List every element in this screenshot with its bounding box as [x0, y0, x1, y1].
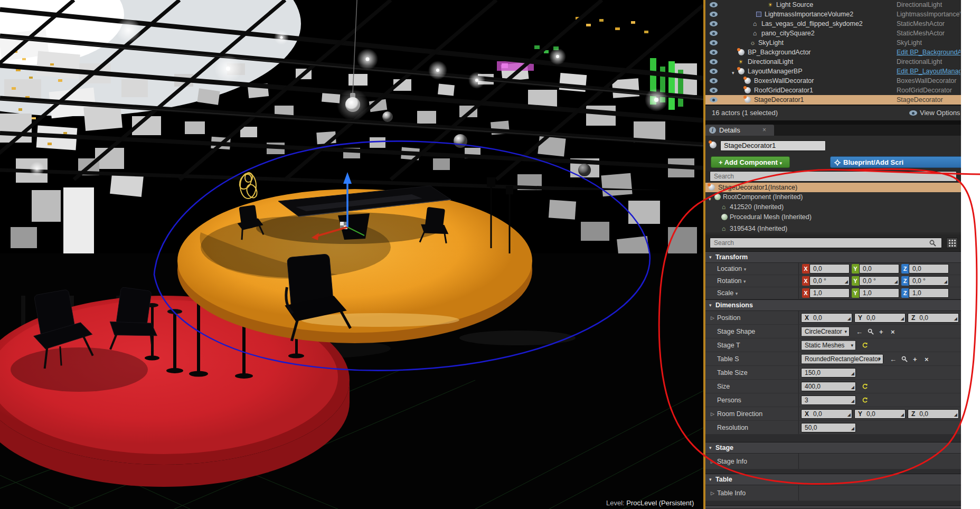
visibility-eye-icon[interactable] [710, 12, 718, 17]
use-selected-arrow-icon[interactable]: ← [890, 355, 897, 363]
room-direction-y-field[interactable]: Y0,0◢ [854, 409, 906, 419]
visibility-eye-icon[interactable] [710, 59, 718, 64]
location-y-field[interactable]: 0,0 [859, 264, 899, 274]
view-options-eye-icon [909, 110, 917, 116]
axis-y-tag: Y [852, 276, 859, 286]
browse-icon[interactable] [901, 356, 908, 362]
stage-shape-dropdown[interactable]: CircleCreator▾ [801, 326, 850, 336]
section-stage[interactable]: ▾Stage [705, 442, 961, 454]
row-position: ▷ Position X0,0◢ Y0,0◢ Z0,0◢ [705, 311, 961, 325]
drag-corner-icon: ◢ [851, 427, 854, 431]
viewport-3d-scene [0, 0, 703, 509]
section-table[interactable]: ▾Table [705, 474, 961, 485]
component-row[interactable]: ⌂412520 (Inherited) [705, 202, 961, 212]
drag-corner-icon: ◢ [851, 399, 854, 403]
visibility-eye-icon[interactable] [710, 21, 718, 26]
static-mesh-icon: ⌂ [722, 204, 725, 211]
row-persons: Persons 3◢ [705, 393, 961, 407]
outliner-row[interactable]: ⌂Las_vegas_old_flipped_skydome2StaticMes… [705, 19, 961, 29]
row-size: Size 400,0◢ [705, 380, 961, 393]
reset-icon[interactable] [862, 342, 868, 348]
close-icon[interactable]: × [762, 125, 766, 136]
display-options-button[interactable] [946, 238, 958, 248]
search-icon [929, 240, 936, 247]
outliner-row[interactable]: BP_BackgroundActorEdit BP_BackgroundA [705, 48, 961, 57]
visibility-eye-icon[interactable] [710, 88, 718, 93]
component-row[interactable]: Procedural Mesh (Inherited) [705, 212, 961, 222]
directional-light-icon: ☀ [738, 59, 743, 65]
reset-icon[interactable] [862, 383, 868, 389]
location-z-field[interactable]: 0,0 [909, 264, 949, 274]
details-search-input[interactable]: Search [710, 238, 942, 248]
resolution-field[interactable]: 50,0◢ [801, 423, 856, 432]
rotation-z-field[interactable]: 0,0 °◢ [909, 276, 949, 286]
add-component-button[interactable]: + Add Component ▾ [711, 156, 790, 168]
clear-icon[interactable]: × [891, 327, 895, 335]
expand-arrow-icon[interactable]: ▷ [711, 491, 714, 496]
outliner-row[interactable]: ☀Light SourceDirectionalLight [705, 0, 961, 10]
scene-component-icon [714, 194, 721, 200]
grid-icon [949, 240, 956, 247]
room-direction-x-field[interactable]: X0,0◢ [801, 409, 852, 419]
location-x-field[interactable]: 0,0 [809, 264, 850, 274]
position-x-field[interactable]: X0,0◢ [801, 313, 852, 323]
details-body: ▾Transform Location ▾ X0,0 Y0,0 Z0,0 Rot… [705, 251, 961, 509]
outliner-row-selected[interactable]: StageDecorator1StageDecorator [705, 95, 961, 105]
scale-x-field[interactable]: 1,0 [809, 288, 850, 298]
edit-blueprint-link[interactable]: Edit BP_LayoutManag [897, 67, 960, 76]
instance-row-selected[interactable]: StageDecorator1(Instance) [705, 183, 961, 192]
row-table-info: ▷ Table Info [705, 485, 961, 501]
table-size-field[interactable]: 150,0◢ [801, 368, 856, 378]
tab-details[interactable]: i Details × [705, 125, 774, 136]
blueprint-add-script-button[interactable]: Blueprint/Add Scri [830, 156, 961, 168]
section-dimensions[interactable]: ▾Dimensions [705, 299, 961, 311]
position-y-field[interactable]: Y0,0◢ [854, 313, 906, 323]
table-s-dropdown[interactable]: RoundedRectangleCreator▾ [801, 354, 883, 364]
expand-arrow-icon[interactable]: ▷ [711, 411, 714, 417]
row-scale: Scale ▾ X1,0 Y1,0 Z1,0 [705, 287, 961, 299]
browse-icon[interactable] [868, 328, 874, 335]
outliner-row[interactable]: LightmassImportanceVolume2LightmassImpor… [705, 10, 961, 19]
component-row[interactable]: ⌂3195434 (Inherited) [705, 224, 961, 232]
expand-arrow-icon[interactable]: ▷ [711, 459, 714, 464]
expand-arrow-icon[interactable]: ▷ [711, 315, 714, 321]
section-transform[interactable]: ▾Transform [705, 251, 961, 263]
row-resolution: Resolution 50,0◢ [705, 421, 961, 435]
component-search-input[interactable]: Search [710, 171, 957, 182]
add-icon[interactable]: + [913, 355, 917, 363]
outliner-row[interactable]: ☼SkyLightSkyLight [705, 38, 961, 48]
outliner-row[interactable]: BoxesWallDecoratorBoxesWallDecorator [705, 76, 961, 86]
rotation-x-field[interactable]: 0,0 °◢ [809, 276, 850, 286]
clear-icon[interactable]: × [925, 355, 929, 363]
axis-z-tag: Z [901, 276, 909, 286]
level-label: Level: [606, 499, 625, 507]
use-selected-arrow-icon[interactable]: ← [856, 327, 863, 335]
visibility-eye-icon[interactable] [710, 31, 718, 36]
add-icon[interactable]: + [879, 327, 883, 335]
room-direction-z-field[interactable]: Z0,0◢ [908, 409, 959, 419]
visibility-eye-icon[interactable] [710, 97, 718, 102]
reset-icon[interactable] [862, 397, 868, 403]
component-row[interactable]: ▾RootComponent (Inherited) [705, 192, 961, 202]
outliner-footer: 16 actors (1 selected) View Options [705, 105, 961, 120]
actor-name-field[interactable]: StageDecorator1 [720, 140, 826, 151]
rotation-y-field[interactable]: 0,0 °◢ [859, 276, 899, 286]
position-z-field[interactable]: Z0,0◢ [908, 313, 959, 323]
outliner-row[interactable]: ▾LayoutManagerBPEdit BP_LayoutManag [705, 67, 961, 76]
visibility-eye-icon[interactable] [710, 78, 718, 83]
visibility-eye-icon[interactable] [710, 40, 718, 45]
size-field[interactable]: 400,0◢ [801, 382, 856, 391]
stage-t-dropdown[interactable]: Static Meshes▾ [801, 340, 856, 350]
outliner-row[interactable]: ⌂pano_citySquare2StaticMeshActor [705, 29, 961, 38]
edit-blueprint-link[interactable]: Edit BP_BackgroundA [897, 48, 960, 57]
visibility-eye-icon[interactable] [710, 69, 718, 74]
persons-field[interactable]: 3◢ [801, 395, 856, 405]
outliner-row[interactable]: ☀DirectionalLightDirectionalLight [705, 57, 961, 67]
outliner-row[interactable]: RoofGridDecorator1RoofGridDecorator [705, 86, 961, 95]
viewport-3d[interactable]: Level: ProcLevel (Persistent) [0, 0, 703, 509]
scale-z-field[interactable]: 1,0 [909, 288, 949, 298]
visibility-eye-icon[interactable] [710, 50, 718, 55]
scale-y-field[interactable]: 1,0 [859, 288, 899, 298]
visibility-eye-icon[interactable] [710, 2, 718, 7]
view-options-button[interactable]: View Options [920, 106, 960, 120]
